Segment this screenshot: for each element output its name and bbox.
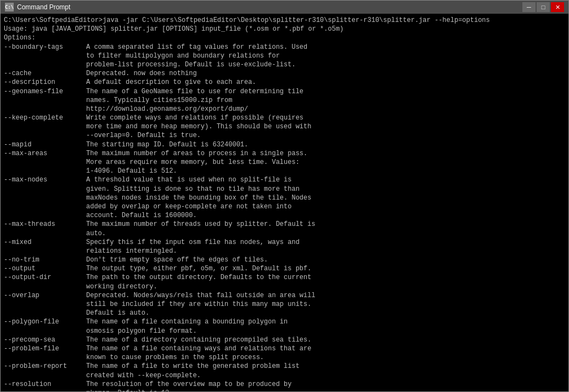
option-row: --keep-complete Write complete ways and … — [4, 113, 565, 122]
option-desc: The path to the output directory. Defaul… — [86, 273, 565, 282]
option-row-cont: working directory. — [4, 282, 565, 291]
option-name: --mapid — [4, 140, 86, 149]
option-row-cont: given. Splitting is done so that no tile… — [4, 185, 565, 194]
option-name: --overlap — [4, 291, 86, 300]
option-name: --description — [4, 78, 86, 87]
option-row: --max-threads The maximum number of thre… — [4, 220, 565, 229]
option-row-cont: osmosis polygon file format. — [4, 327, 565, 336]
option-name: --keep-complete — [4, 113, 86, 122]
option-name: --resolution — [4, 380, 86, 389]
option-row-cont: --overlap=0. Default is true. — [4, 131, 565, 140]
option-name: --no-trim — [4, 255, 86, 264]
window-title: Command Prompt — [17, 3, 70, 11]
option-row-cont: created with --keep-complete. — [4, 371, 565, 380]
option-desc: A default description to give to each ar… — [86, 78, 565, 87]
option-name: --output-dir — [4, 273, 86, 282]
option-row: --problem-reportThe name of a file to wr… — [4, 362, 565, 371]
option-desc: The maximum number of threads used by sp… — [86, 220, 565, 229]
option-row-cont: mkgmap. Default is 13. — [4, 389, 565, 391]
option-row: --max-nodes A threshold value that is us… — [4, 175, 565, 184]
option-row: --mapid The starting map ID. Default is … — [4, 140, 565, 149]
option-desc: The output type, either pbf, o5m, or xml… — [86, 264, 565, 273]
option-desc: Specify this if the input osm file has n… — [86, 238, 565, 247]
option-desc: Deprecated. now does nothing — [86, 69, 565, 78]
option-row-cont: names. Typically cities15000.zip from — [4, 96, 565, 105]
option-row: --precomp-sea The name of a directory co… — [4, 336, 565, 344]
option-row: --resolution The resolution of the overv… — [4, 380, 565, 389]
cmd-icon: C:\ — [5, 3, 14, 12]
option-desc: The name of a GeoNames file to use for d… — [86, 87, 565, 96]
option-row-cont: auto. — [4, 229, 565, 238]
option-row-cont: relations intermingled. — [4, 247, 565, 255]
option-row: --mixed Specify this if the input osm fi… — [4, 238, 565, 247]
option-row-cont: added by overlap or keep-complete are no… — [4, 202, 565, 211]
option-desc: A comma separated list of tag values for… — [86, 43, 565, 52]
option-row-cont: 1-4096. Default is 512. — [4, 167, 565, 175]
option-row: --output-dir The path to the output dire… — [4, 273, 565, 282]
option-desc: The name of a directory containing preco… — [86, 336, 565, 344]
option-name: --max-areas — [4, 149, 86, 158]
option-name: --max-threads — [4, 220, 86, 229]
option-name: --output — [4, 264, 86, 273]
command-prompt-window: C:\ Command Prompt ─ □ ✕ C:\Users\Softpe… — [0, 0, 569, 392]
minimize-button[interactable]: ─ — [522, 2, 536, 12]
title-bar-left: C:\ Command Prompt — [5, 3, 70, 12]
option-desc: A threshold value that is used when no s… — [86, 175, 565, 184]
option-desc: Don't trim empty space off the edges of … — [86, 255, 565, 264]
title-bar: C:\ Command Prompt ─ □ ✕ — [1, 1, 568, 14]
option-row: --max-areas The maximum number of areas … — [4, 149, 565, 158]
option-name: --cache — [4, 69, 86, 78]
option-row-cont: http://download.geonames.org/export/dump… — [4, 105, 565, 113]
option-row-cont: More areas require more memory, but less… — [4, 158, 565, 167]
maximize-button[interactable]: □ — [537, 2, 550, 12]
option-row-cont: Default is auto. — [4, 309, 565, 317]
options-header: Options: — [4, 33, 565, 42]
option-desc: The name of a file to write the generate… — [86, 362, 565, 371]
option-row: --description A default description to g… — [4, 78, 565, 87]
option-row: --boundary-tags A comma separated list o… — [4, 43, 565, 52]
usage-line: Usage: java [JAVA_OPTIONS] splitter.jar … — [4, 25, 565, 33]
option-row: --overlap Deprecated. Nodes/ways/rels th… — [4, 291, 565, 300]
option-name: --boundary-tags — [4, 43, 86, 52]
option-row: --cache Deprecated. now does nothing — [4, 69, 565, 78]
option-name: --mixed — [4, 238, 86, 247]
terminal-body: C:\Users\SoftpediaEditor>java -jar C:\Us… — [1, 14, 568, 391]
terminal-content[interactable]: C:\Users\SoftpediaEditor>java -jar C:\Us… — [1, 14, 568, 391]
command-line: C:\Users\SoftpediaEditor>java -jar C:\Us… — [4, 16, 565, 25]
option-row-cont: still be included if they are within thi… — [4, 300, 565, 309]
option-name: --problem-report — [4, 362, 86, 371]
option-name: --problem-file — [4, 344, 86, 353]
option-row-cont: problem-list processing. Default is use-… — [4, 60, 565, 69]
option-row: --no-trim Don't trim empty space off the… — [4, 255, 565, 264]
window-controls: ─ □ ✕ — [522, 2, 564, 12]
option-row: --problem-file The name of a file contai… — [4, 344, 565, 353]
option-desc: The name of a file containing ways and r… — [86, 344, 565, 353]
option-desc: Deprecated. Nodes/ways/rels that fall ou… — [86, 291, 565, 300]
option-row-cont: maxNodes nodes inside the bounding box o… — [4, 194, 565, 202]
option-name: --polygon-file — [4, 317, 86, 326]
option-row-cont: known to cause problems in the split pro… — [4, 353, 565, 362]
option-desc: The name of a file containing a bounding… — [86, 317, 565, 326]
option-desc: The resolution of the overview map to be… — [86, 380, 565, 389]
option-desc: Write complete ways and relations if pos… — [86, 113, 565, 122]
option-desc: The maximum number of areas to process i… — [86, 149, 565, 158]
option-name: --max-nodes — [4, 175, 86, 184]
option-row-cont: account. Default is 1600000. — [4, 211, 565, 220]
option-row: --polygon-file The name of a file contai… — [4, 317, 565, 326]
option-name: --geonames-file — [4, 87, 86, 96]
option-row: --geonames-file The name of a GeoNames f… — [4, 87, 565, 96]
close-button[interactable]: ✕ — [551, 2, 564, 12]
option-row: --output The output type, either pbf, o5… — [4, 264, 565, 273]
option-row-cont: to filter multipolygon and boundary rela… — [4, 52, 565, 60]
option-desc: The starting map ID. Default is 63240001… — [86, 140, 565, 149]
option-row-cont: more time and more heap memory). This sh… — [4, 122, 565, 131]
option-name: --precomp-sea — [4, 336, 86, 344]
